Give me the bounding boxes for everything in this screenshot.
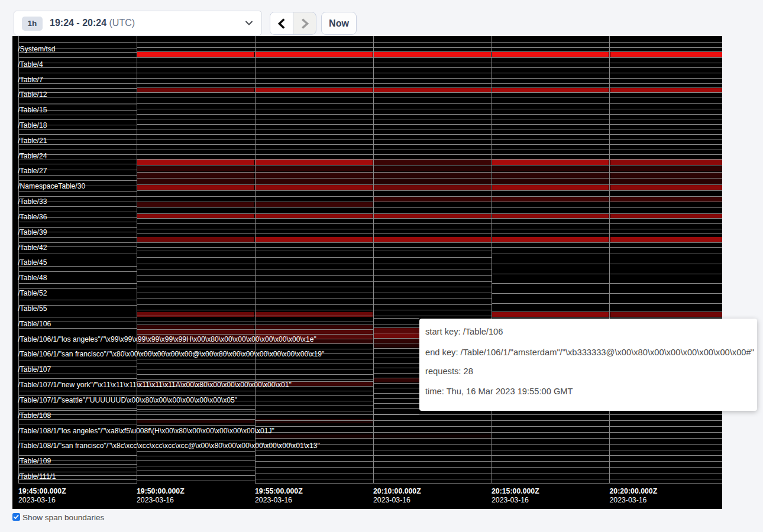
svg-text:/Table/106/1/"los angeles"/"\x: /Table/106/1/"los angeles"/"\x99\x99\x99… (18, 335, 316, 343)
svg-text:/Table/42: /Table/42 (18, 244, 47, 252)
svg-text:2023-03-16: 2023-03-16 (610, 496, 647, 504)
svg-text:2023-03-16: 2023-03-16 (18, 496, 56, 504)
svg-text:2023-03-16: 2023-03-16 (492, 496, 529, 504)
svg-text:/Table/108: /Table/108 (18, 411, 51, 420)
svg-text:/NamespaceTable/30: /NamespaceTable/30 (18, 182, 85, 190)
svg-text:2023-03-16: 2023-03-16 (137, 496, 174, 504)
svg-text:/Table/109: /Table/109 (18, 457, 51, 465)
svg-text:/Table/108/1/"san francisco"/": /Table/108/1/"san francisco"/"\x8c\xcc\x… (18, 442, 320, 450)
svg-text:/Table/7: /Table/7 (18, 76, 43, 84)
svg-text:/System/tsd: /System/tsd (18, 45, 55, 53)
svg-text:/Table/27: /Table/27 (18, 167, 47, 175)
svg-text:/Table/108/1/"los angeles"/"\x: /Table/108/1/"los angeles"/"\xa8\xf5\u00… (18, 427, 274, 435)
svg-text:/Table/111/1: /Table/111/1 (18, 472, 56, 481)
svg-text:/Table/52: /Table/52 (18, 289, 47, 297)
svg-text:20:15:00.000Z: 20:15:00.000Z (492, 487, 539, 495)
svg-text:/Table/12: /Table/12 (18, 90, 47, 99)
svg-text:/Table/55: /Table/55 (18, 304, 47, 313)
svg-text:/Table/36: /Table/36 (18, 213, 47, 221)
svg-text:/Table/107: /Table/107 (18, 365, 51, 374)
svg-text:/Table/45: /Table/45 (18, 258, 47, 267)
svg-text:/Table/21: /Table/21 (18, 137, 47, 145)
svg-text:/Table/33: /Table/33 (18, 197, 47, 206)
svg-text:/Table/48: /Table/48 (18, 274, 47, 282)
svg-text:/Table/39: /Table/39 (18, 228, 47, 236)
svg-text:/Table/18: /Table/18 (18, 121, 47, 129)
svg-text:/Table/4: /Table/4 (18, 60, 43, 69)
svg-text:2023-03-16: 2023-03-16 (373, 496, 410, 504)
svg-text:/Table/106/1/"san francisco"/": /Table/106/1/"san francisco"/"\x80\x00\x… (18, 350, 324, 358)
svg-text:2023-03-16: 2023-03-16 (255, 496, 292, 504)
svg-text:19:55:00.000Z: 19:55:00.000Z (255, 487, 303, 495)
svg-text:/Table/15: /Table/15 (18, 106, 47, 114)
svg-text:20:20:00.000Z: 20:20:00.000Z (610, 487, 658, 495)
svg-text:19:45:00.000Z: 19:45:00.000Z (18, 487, 66, 495)
svg-text:/Table/106: /Table/106 (18, 320, 51, 328)
svg-text:20:10:00.000Z: 20:10:00.000Z (373, 487, 421, 495)
svg-text:/Table/107/1/"new york"/"\x11\: /Table/107/1/"new york"/"\x11\x11\x11\x1… (18, 381, 292, 389)
svg-text:/Table/107/1/"seattle"/"UUUUUU: /Table/107/1/"seattle"/"UUUUUUD\x00\x80\… (18, 396, 237, 404)
svg-text:19:50:00.000Z: 19:50:00.000Z (137, 487, 185, 495)
svg-text:/Table/24: /Table/24 (18, 152, 47, 160)
